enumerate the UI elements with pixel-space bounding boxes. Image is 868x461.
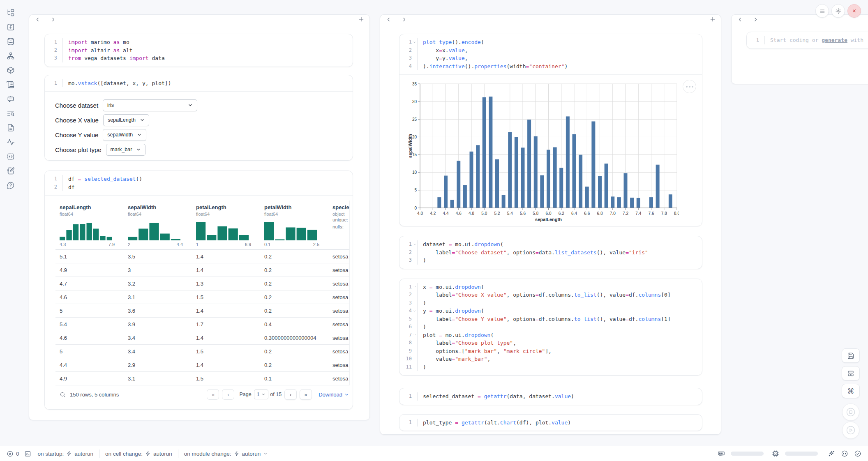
run-button[interactable]: [842, 422, 859, 439]
chevron-left-icon[interactable]: [35, 16, 41, 23]
prev-page-button[interactable]: ‹: [222, 389, 234, 400]
table-row[interactable]: 4.42.91.40.2setosa: [55, 358, 349, 372]
chev-down-icon: [413, 243, 416, 246]
fold-gutter: [412, 331, 418, 339]
layout-button[interactable]: [842, 366, 860, 380]
code-editor[interactable]: 1import marimo as mo2import altair as al…: [45, 34, 353, 67]
check-circle-icon[interactable]: [854, 450, 861, 457]
error-count-chip[interactable]: 0: [7, 450, 19, 457]
code-editor[interactable]: 1plot_type().encode(2 x=x.value,3 y=y.va…: [399, 34, 702, 74]
code-text: ): [418, 363, 426, 371]
fold-gutter: [57, 175, 63, 183]
column-header-petalLength[interactable]: petalLengthfloat6416.9: [192, 201, 260, 249]
column-header-petalWidth[interactable]: petalWidthfloat640.12.5: [260, 201, 328, 249]
copilot-icon[interactable]: [841, 450, 848, 457]
table-row[interactable]: 4.93.11.50.1setosa: [55, 372, 349, 385]
chevron-right-icon[interactable]: [401, 16, 407, 23]
sidebar-item-packages[interactable]: [3, 63, 18, 77]
download-button[interactable]: Download: [319, 392, 349, 398]
sidebar-item-dependency-graph[interactable]: [3, 48, 18, 63]
sidebar-item-snippets[interactable]: [3, 149, 18, 164]
keyboard-shortcuts-button[interactable]: ⌘: [842, 384, 860, 398]
sidebar-item-functions[interactable]: [3, 20, 18, 34]
svg-text:6.0: 6.0: [546, 211, 552, 216]
table-row[interactable]: 5.43.91.70.4setosa: [55, 318, 349, 331]
table-row[interactable]: 5.13.51.40.2setosa: [55, 250, 349, 263]
table-row[interactable]: 53.61.40.2setosa: [55, 304, 349, 318]
xy-plot-dropdowns-cell[interactable]: 1x = mo.ui.dropdown(2 label="Choose X va…: [399, 279, 702, 376]
table-cell: 1.4: [192, 254, 260, 260]
code-editor[interactable]: 1x = mo.ui.dropdown(2 label="Choose X va…: [399, 279, 702, 376]
page-select[interactable]: 1: [254, 390, 269, 399]
altair-bar-chart[interactable]: 4.04.24.44.64.85.05.25.45.65.86.06.26.46…: [408, 81, 679, 224]
selected-dataset-cell[interactable]: 1selected_dataset = getattr(data, datase…: [399, 388, 702, 405]
code-text: label="Choose X value", options=df.colum…: [418, 291, 671, 299]
sidebar-item-database[interactable]: [3, 34, 18, 48]
chart-actions-button[interactable]: [683, 80, 696, 93]
fold-gutter: [412, 62, 418, 71]
dropdown-label: Choose plot type: [55, 146, 102, 153]
sidebar-item-help[interactable]: [3, 178, 18, 192]
sidebar-item-scratchpad[interactable]: [3, 164, 18, 178]
code-text: df: [63, 183, 75, 191]
generate-link[interactable]: generate: [822, 37, 847, 43]
dropdown-select[interactable]: sepalWidth: [103, 129, 146, 141]
code-editor[interactable]: 1plot_type = getattr(alt.Chart(df), plot…: [399, 415, 702, 431]
autorun-item[interactable]: on cell change:autorun: [105, 451, 172, 457]
chevron-left-icon[interactable]: [737, 16, 743, 23]
add-cell-icon[interactable]: [709, 16, 716, 24]
search-icon[interactable]: [60, 392, 66, 398]
table-row[interactable]: 53.41.50.2setosa: [55, 345, 349, 358]
table-row[interactable]: 4.63.41.40.3000000000000004setosa: [55, 331, 349, 345]
fold-gutter: [412, 315, 418, 323]
table-row[interactable]: 4.931.40.2setosa: [55, 263, 349, 277]
sidebar-item-script[interactable]: [3, 77, 18, 92]
sidebar-item-documentation[interactable]: [3, 120, 18, 135]
empty-code-cell[interactable]: 1 Start coding or generate with: [746, 32, 868, 49]
chevron-left-icon[interactable]: [386, 16, 392, 23]
save-button[interactable]: [842, 348, 860, 363]
code-editor[interactable]: 1mo.vstack([dataset, x, y, plot]): [45, 75, 353, 92]
chevron-right-icon[interactable]: [753, 16, 759, 23]
sidebar-item-tracing[interactable]: [3, 135, 18, 149]
dataframe-cell[interactable]: 1df = selected_dataset()2dfsepalLengthfl…: [44, 171, 353, 410]
dataset-dropdown-cell[interactable]: 1dataset = mo.ui.dropdown(2 label="Choos…: [399, 236, 702, 269]
save-icon: [847, 352, 854, 360]
sidebar-item-logs[interactable]: [3, 106, 18, 120]
first-page-button[interactable]: «: [207, 389, 219, 400]
code-editor[interactable]: 1df = selected_dataset()2df: [45, 171, 353, 195]
sparkles-icon[interactable]: [828, 450, 835, 457]
shutdown-button[interactable]: [847, 4, 861, 18]
table-row[interactable]: 4.63.11.50.2setosa: [55, 290, 349, 304]
terminal-button[interactable]: [24, 450, 31, 457]
chevron-right-icon[interactable]: [50, 16, 56, 23]
settings-button[interactable]: [831, 4, 845, 18]
dropdown-select[interactable]: iris: [103, 99, 197, 111]
column-header-species[interactable]: speciesobjectunique:nulls:: [328, 201, 349, 249]
code-editor[interactable]: 1selected_dataset = getattr(data, datase…: [399, 388, 702, 405]
imports-cell[interactable]: 1import marimo as mo2import altair as al…: [44, 34, 353, 67]
last-page-button[interactable]: »: [300, 389, 312, 400]
add-cell-icon[interactable]: [358, 16, 365, 24]
bar: [476, 145, 480, 208]
sidebar-item-ai-chat[interactable]: [3, 92, 18, 106]
autorun-item[interactable]: on startup:autorun: [38, 451, 94, 457]
next-page-button[interactable]: ›: [284, 389, 297, 400]
code-placeholder[interactable]: Start coding or generate with: [765, 36, 863, 44]
autorun-label: on module change:: [184, 451, 231, 457]
code-editor[interactable]: 1dataset = mo.ui.dropdown(2 label="Choos…: [399, 236, 702, 269]
plot-cell[interactable]: 1plot_type().encode(2 x=x.value,3 y=y.va…: [399, 34, 702, 226]
vstack-cell[interactable]: 1mo.vstack([dataset, x, y, plot])Choose …: [44, 75, 353, 161]
range-min: 1: [196, 242, 199, 247]
dropdown-select[interactable]: sepalLength: [103, 114, 149, 126]
plot-type-cell[interactable]: 1plot_type = getattr(alt.Chart(df), plot…: [399, 414, 702, 431]
dropdown-select[interactable]: mark_bar: [106, 144, 146, 156]
column-header-sepalLength[interactable]: sepalLengthfloat644.37.9: [55, 201, 124, 249]
stop-button[interactable]: [842, 403, 859, 421]
column-header-sepalWidth[interactable]: sepalWidthfloat6424.4: [124, 201, 192, 249]
table-row[interactable]: 4.73.21.30.2setosa: [55, 277, 349, 290]
autorun-item[interactable]: on module change:autorun: [184, 451, 268, 457]
menu-button[interactable]: [815, 4, 829, 18]
line-number: 2: [45, 46, 57, 55]
sidebar-item-file-tree[interactable]: [3, 5, 18, 20]
